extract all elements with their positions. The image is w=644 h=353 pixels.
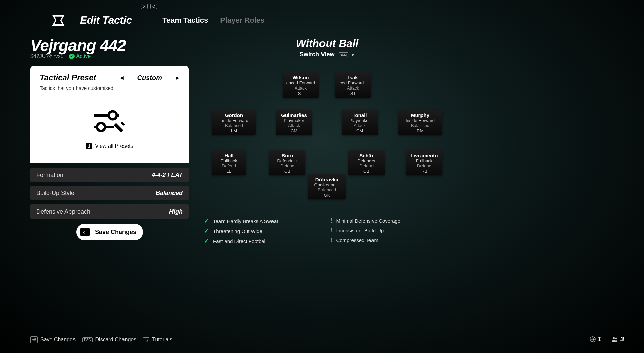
page-title: Edit Tactic — [80, 14, 132, 26]
svg-point-7 — [613, 337, 615, 339]
plus-icon: + — [295, 158, 298, 163]
positive-traits: ✓Team Hardly Breaks A Sweat ✓Threatening… — [204, 217, 278, 245]
warn-icon: ! — [330, 217, 332, 224]
player-role: ced Forward+ — [338, 80, 368, 85]
player-pos: CB — [352, 169, 381, 174]
player-st-wilson[interactable]: Wilson anced Forward Attack ST — [283, 72, 319, 98]
preset-next-arrow[interactable]: ▶ — [176, 75, 179, 80]
footer-tutorials-label: Tutorials — [152, 337, 172, 343]
player-name: Burn — [273, 153, 302, 158]
player-role: Playmaker — [279, 118, 309, 123]
player-name: Schär — [352, 153, 381, 158]
square-key-icon: ⬚ — [143, 337, 149, 342]
warning-traits: !Minimal Defensive Coverage !Inconsisten… — [330, 217, 400, 245]
player-role: Playmaker — [345, 118, 375, 123]
player-pos: CM — [279, 128, 309, 133]
player-name: Dúbravka — [311, 177, 342, 182]
player-lm-gordon[interactable]: Gordon Inside Forward Balanced LM — [212, 110, 256, 135]
preset-prev-arrow[interactable]: ◀ — [120, 75, 124, 80]
svg-point-5 — [97, 123, 105, 131]
player-cb-schar[interactable]: Schär Defender Defend CB — [348, 150, 385, 175]
player-role: Defender — [352, 158, 381, 163]
buildup-label: Build-Up Style — [36, 190, 75, 197]
plus-icon: + — [337, 182, 340, 187]
player-pos: CM — [345, 128, 375, 133]
key-x: X — [141, 4, 148, 9]
player-duty: Balanced — [402, 123, 439, 128]
player-gk-dubravka[interactable]: Dúbravka Goalkeeper+ Balanced GK — [308, 174, 346, 199]
player-pos: ST — [338, 91, 368, 96]
player-pos: ST — [286, 91, 315, 96]
player-name: Wilson — [286, 75, 315, 80]
key-c: C — [150, 4, 157, 9]
footer-save[interactable]: ⏎ Save Changes — [30, 336, 76, 343]
esc-key-icon: ESC — [82, 337, 93, 342]
player-duty: Defend — [215, 163, 242, 168]
player-duty: Attack — [286, 85, 315, 91]
enter-key-icon: ⏎ — [30, 336, 38, 343]
player-cb-burn[interactable]: Burn Defender+ Defend CB — [269, 150, 305, 175]
people-icon — [611, 336, 618, 342]
tab-team-tactics[interactable]: Team Tactics — [162, 16, 208, 25]
player-name: Tonali — [345, 112, 375, 118]
key-d-icon: d — [86, 143, 92, 149]
formation-row[interactable]: Formation 4-4-2 FLAT — [30, 168, 189, 182]
custom-sliders-icon — [93, 107, 126, 137]
num-key-icon: NUM — [339, 52, 348, 57]
switch-arrow-icon: ▶ — [352, 53, 355, 56]
player-rm-murphy[interactable]: Murphy Inside Forward Balanced RM — [398, 110, 442, 135]
player-pos: RB — [409, 169, 439, 174]
active-label: Active — [76, 53, 91, 59]
player-cm-guimaraes[interactable]: Guimarães Playmaker Attack CM — [276, 110, 312, 135]
svg-point-8 — [615, 337, 617, 339]
save-changes-button[interactable]: ⏎ Save Changes — [76, 224, 143, 240]
buildup-row[interactable]: Build-Up Style Balanced — [30, 186, 189, 200]
player-pos: RM — [402, 128, 439, 133]
player-role: Goalkeeper+ — [311, 182, 342, 187]
footer-discard-label: Discard Changes — [95, 337, 137, 343]
player-role: Defender+ — [273, 158, 302, 163]
player-name: Hall — [215, 153, 242, 158]
buildup-value: Balanced — [156, 190, 183, 197]
player-duty: Defend — [352, 163, 381, 168]
defensive-label: Defensive Approach — [36, 208, 90, 215]
tactic-code: $4?JU?%rvx5 — [30, 53, 64, 59]
player-duty: Attack — [279, 123, 309, 128]
player-st-isak[interactable]: Isak ced Forward+ Attack ST — [335, 72, 371, 98]
tab-player-roles[interactable]: Player Roles — [220, 16, 264, 25]
count-1: 1 — [598, 335, 601, 343]
tactic-name: Vejrgang 442 — [30, 36, 126, 55]
view-all-presets[interactable]: View all Presets — [95, 143, 133, 149]
player-rb-livramento[interactable]: Livramento Fullback Defend RB — [406, 150, 442, 175]
player-role: anced Forward — [286, 80, 315, 85]
player-cm-tonali[interactable]: Tonali Playmaker Attack CM — [342, 110, 378, 135]
player-name: Isak — [338, 75, 368, 80]
player-pos: CB — [273, 169, 302, 174]
warn-icon: ! — [330, 237, 332, 244]
active-check-icon: ✓ — [69, 54, 75, 59]
trait-text: Fast and Direct Football — [213, 238, 266, 244]
player-name: Guimarães — [279, 112, 309, 118]
player-pos: LB — [215, 169, 242, 174]
count-2: 3 — [620, 335, 624, 343]
svg-point-3 — [109, 111, 117, 119]
formation-value: 4-4-2 FLAT — [152, 172, 183, 179]
status-indicator-1: 1 — [590, 335, 601, 343]
player-pos: LM — [215, 128, 252, 133]
trait-text: Threatening Out Wide — [213, 228, 262, 234]
defensive-value: High — [169, 208, 183, 215]
player-duty: Balanced — [311, 187, 342, 192]
player-name: Gordon — [215, 112, 252, 118]
player-lb-hall[interactable]: Hall Fullback Defend LB — [212, 150, 246, 175]
tactical-preset-card[interactable]: Tactical Preset ◀ Custom ▶ Tactics that … — [30, 66, 189, 163]
player-name: Murphy — [402, 112, 439, 118]
footer-tutorials[interactable]: ⬚ Tutorials — [143, 336, 172, 343]
player-duty: Attack — [345, 123, 375, 128]
switch-view-label[interactable]: Switch View — [300, 51, 335, 58]
enter-key-icon: ⏎ — [80, 228, 90, 236]
footer-discard[interactable]: ESC Discard Changes — [82, 336, 136, 343]
defensive-row[interactable]: Defensive Approach High — [30, 204, 189, 219]
preset-title: Tactical Preset — [40, 73, 96, 82]
player-role: Fullback — [409, 158, 439, 163]
player-duty: Defend — [409, 163, 439, 168]
